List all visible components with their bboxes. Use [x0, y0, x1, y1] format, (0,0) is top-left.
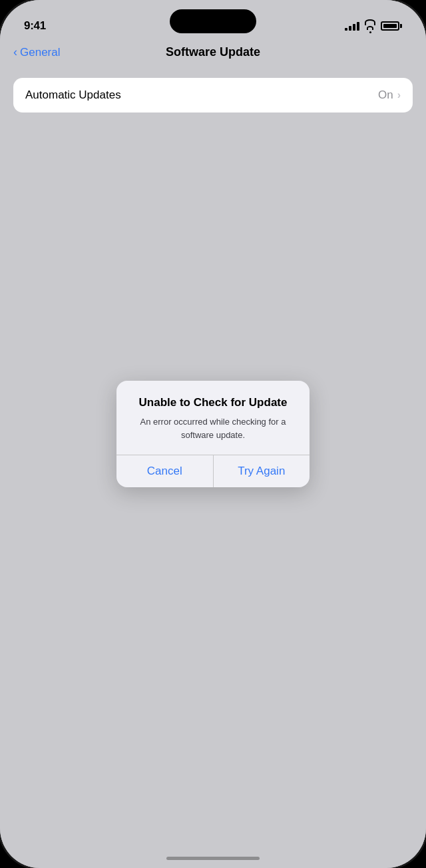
alert-content: Unable to Check for Update An error occu… [116, 381, 310, 455]
cancel-button[interactable]: Cancel [116, 455, 214, 487]
alert-message: An error occurred while checking for a s… [128, 415, 298, 441]
alert-title: Unable to Check for Update [128, 395, 298, 410]
alert-buttons: Cancel Try Again [116, 455, 310, 487]
screen: 9:41 [0, 0, 426, 868]
alert-dialog: Unable to Check for Update An error occu… [116, 381, 310, 487]
phone-frame: 9:41 [0, 0, 426, 868]
try-again-button[interactable]: Try Again [214, 455, 310, 487]
alert-overlay: Unable to Check for Update An error occu… [0, 0, 426, 868]
